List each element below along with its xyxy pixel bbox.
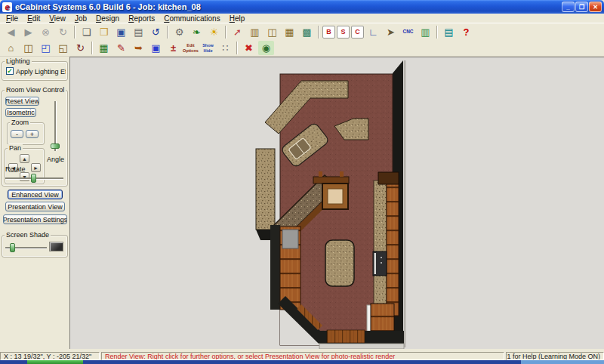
menu-help[interactable]: Help <box>225 14 250 23</box>
nav-stop-icon[interactable]: ⊗ <box>38 25 54 39</box>
title-bar[interactable]: e eCabinet Systems 6.0 Build 6 - Job: ki… <box>0 0 604 14</box>
cabinet-icon[interactable]: ◫ <box>264 25 280 39</box>
moulding-icon[interactable]: ➚ <box>230 25 245 39</box>
cabinet-measure-icon[interactable]: ◫ <box>20 41 36 55</box>
taskbar-tray-fragment <box>521 360 604 364</box>
lighting-group-label: Lighting <box>5 57 32 65</box>
restore-button[interactable]: ❐ <box>575 2 588 12</box>
menu-reports[interactable]: Reports <box>124 14 159 23</box>
render-viewport[interactable] <box>69 57 604 349</box>
menu-design[interactable]: Design <box>91 14 124 23</box>
window-title: eCabinet Systems 6.0 Build 6 - Job: kitc… <box>15 2 201 11</box>
toolbar-edit: ⌂◫◰◱↻▦✎➥▣±Edit OptionsShow Hide∷✖◉ <box>0 40 604 57</box>
menu-file[interactable]: File <box>2 14 23 23</box>
screen-shade-group: Screen Shade <box>2 235 68 258</box>
pan-right-button[interactable] <box>31 163 41 172</box>
toolbar-separator <box>167 26 168 39</box>
right-cabinet-run[interactable] <box>373 172 399 316</box>
countertop-left-strip[interactable] <box>256 149 275 230</box>
cnc-icon[interactable]: CNC <box>400 25 416 39</box>
toolbar-separator <box>225 26 226 39</box>
status-bar: X : 13 19/32", Y : -205 21/32" Render Vi… <box>0 351 604 360</box>
cabinet-bank-icon[interactable]: ▦ <box>282 25 297 39</box>
save-icon[interactable]: ▣ <box>113 25 129 39</box>
minimize-button[interactable]: _ <box>562 2 575 12</box>
apply-lighting-label: Apply Lighting Effects <box>16 68 66 76</box>
angle-slider[interactable] <box>54 101 57 151</box>
menu-bar: FileEditViewJobDesignReportsCommunicatio… <box>0 14 604 23</box>
apply-lighting-checkbox[interactable]: ✓ <box>6 67 14 75</box>
plan-grid-icon[interactable]: ▦ <box>96 41 112 55</box>
nav-back-icon[interactable]: ◀ <box>3 25 19 39</box>
presentation-view-button[interactable]: Presentation View <box>5 202 65 211</box>
menu-view[interactable]: View <box>45 14 70 23</box>
lattice-icon[interactable]: ∷ <box>217 41 233 55</box>
toolbar-separator <box>74 26 76 39</box>
cost-report-icon[interactable]: C <box>351 26 364 39</box>
pan-down-button[interactable] <box>20 172 29 181</box>
zoom-group-label: Zoom <box>10 119 30 126</box>
screen-shade-swatch <box>49 242 63 251</box>
tutorial-video-icon[interactable]: ▤ <box>441 25 457 39</box>
materials-icon[interactable]: ❧ <box>189 25 205 39</box>
rotate-view-icon[interactable]: ↻ <box>72 41 88 55</box>
pan-up-button[interactable] <box>20 154 29 163</box>
lighting-icon[interactable]: ☀ <box>206 25 222 39</box>
texture-icon[interactable]: ▩ <box>299 25 315 39</box>
edit-options-icon[interactable]: Edit Options <box>183 41 199 55</box>
panel-layout-icon[interactable]: ▥ <box>418 25 433 39</box>
status-message: Render View: Right click for further opt… <box>101 352 504 360</box>
room-view-icon[interactable]: ⌂ <box>3 41 19 55</box>
isometric-button[interactable]: Isometric <box>5 108 36 117</box>
display-settings-icon[interactable]: ⚙ <box>171 25 187 39</box>
undo-icon[interactable]: ↺ <box>148 25 164 39</box>
kitchen-render[interactable] <box>70 57 604 349</box>
sheet-report-icon[interactable]: S <box>337 26 350 39</box>
delete-icon[interactable]: ✖ <box>241 41 257 55</box>
angle-slider-thumb[interactable] <box>51 143 60 149</box>
help-icon[interactable]: ? <box>458 25 474 39</box>
edit-cabinet-icon[interactable]: ✎ <box>113 41 129 55</box>
presentation-settings-button[interactable]: Presentation Settings <box>3 214 67 224</box>
toolbar-separator <box>436 26 438 39</box>
board-report-icon[interactable]: B <box>322 26 335 39</box>
screen-shade-slider-thumb[interactable] <box>10 243 15 252</box>
screen-shade-label: Screen Shade <box>5 231 51 239</box>
toolbar-separator <box>236 42 238 54</box>
nav-refresh-icon[interactable]: ↻ <box>55 25 71 39</box>
open-file-icon[interactable]: ❒ <box>96 25 112 39</box>
fixture-tool-icon[interactable]: ∟ <box>365 25 381 39</box>
appliance-range[interactable] <box>373 251 387 276</box>
assign-icon[interactable]: ➤ <box>383 25 399 39</box>
rotate-slider[interactable] <box>5 177 63 180</box>
menu-edit[interactable]: Edit <box>23 14 45 23</box>
center-island[interactable] <box>325 240 354 286</box>
cabinet-open-icon[interactable]: ▥ <box>247 25 263 39</box>
room-corner-icon[interactable]: ◱ <box>55 41 71 55</box>
reset-view-button[interactable]: Reset View <box>5 97 39 106</box>
snapshot-camera-icon[interactable]: ◉ <box>258 41 274 55</box>
pan-group-label: Pan <box>8 144 23 152</box>
menu-job[interactable]: Job <box>70 14 91 23</box>
screen-shade-slider[interactable] <box>5 247 47 249</box>
enhanced-view-button[interactable]: Enhanced View <box>8 190 63 199</box>
print-icon[interactable]: ▤ <box>131 25 146 39</box>
zoom-group: Zoom - + <box>7 122 45 145</box>
menu-communications[interactable]: Communications <box>159 14 225 23</box>
angle-label: Angle <box>47 156 64 163</box>
show-hide-icon[interactable]: Show Hide <box>200 41 216 55</box>
zoom-out-button[interactable]: - <box>11 130 23 138</box>
new-file-icon[interactable]: ❏ <box>79 25 94 39</box>
toolbar-separator <box>318 26 319 39</box>
snap-grid-icon[interactable]: ▣ <box>148 41 164 55</box>
zoom-in-button[interactable]: + <box>26 130 39 138</box>
taskbar-sliver <box>0 360 604 364</box>
adjust-parts-icon[interactable]: ± <box>165 41 181 55</box>
close-button[interactable]: ✕ <box>589 2 602 12</box>
cabinet-display-icon[interactable]: ◰ <box>38 41 54 55</box>
toolbar-separator <box>91 42 93 54</box>
move-room-icon[interactable]: ➥ <box>131 41 146 55</box>
rotate-slider-thumb[interactable] <box>31 174 36 183</box>
app-logo-icon: e <box>2 2 12 12</box>
nav-forward-icon[interactable]: ▶ <box>20 25 36 39</box>
